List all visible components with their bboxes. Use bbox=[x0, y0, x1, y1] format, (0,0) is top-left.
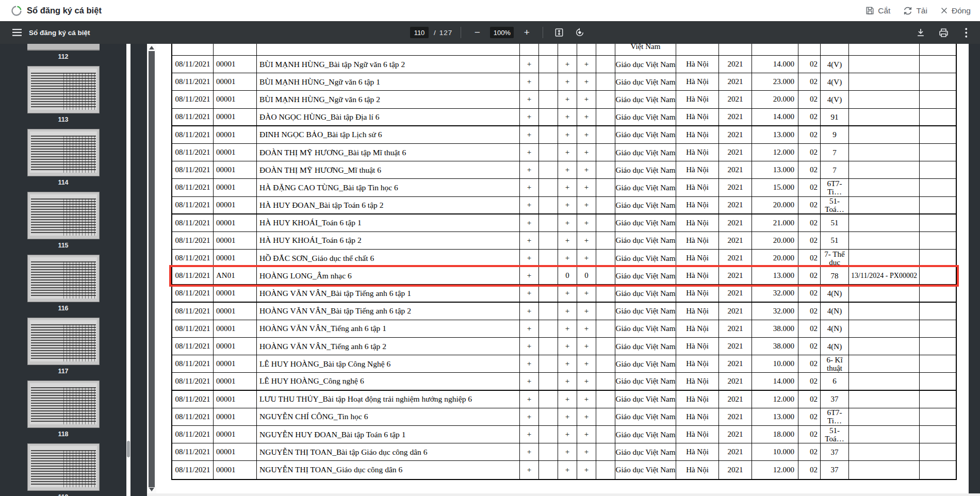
table-cell bbox=[539, 267, 558, 284]
table-cell: + bbox=[577, 443, 596, 460]
table-cell bbox=[920, 214, 954, 232]
rotate-button[interactable] bbox=[572, 25, 587, 40]
table-cell: 37 bbox=[821, 461, 849, 478]
zoom-in-button[interactable]: + bbox=[519, 25, 534, 40]
table-cell bbox=[539, 144, 558, 161]
table-cell: 02 bbox=[798, 303, 821, 320]
table-cell: 13.000 bbox=[752, 161, 798, 178]
table-cell bbox=[539, 285, 558, 301]
table-cell bbox=[596, 320, 615, 337]
table-cell: 00001 bbox=[214, 461, 257, 478]
page-thumbnail[interactable] bbox=[27, 255, 100, 302]
table-cell: Giáo dục Việt Nam bbox=[615, 461, 676, 478]
table-cell: + bbox=[577, 161, 596, 178]
page-thumbnail-partial[interactable] bbox=[27, 44, 100, 51]
table-cell: Giáo dục Việt Nam bbox=[615, 426, 676, 443]
table-cell bbox=[849, 408, 920, 425]
table-cell: + bbox=[520, 320, 539, 337]
table-cell: 2021 bbox=[719, 250, 752, 267]
table-cell: Việt Nam bbox=[615, 44, 676, 55]
page-thumbnail[interactable] bbox=[27, 443, 100, 491]
table-cell: 37 bbox=[821, 391, 849, 408]
table-cell bbox=[920, 109, 954, 125]
table-cell: ĐOÀN THỊ MỸ HƯƠNG_Bài tập Mĩ thuật 6 bbox=[257, 144, 520, 161]
table-cell: Giáo dục Việt Nam bbox=[615, 443, 676, 460]
table-cell: 32.000 bbox=[752, 285, 798, 301]
sidebar-scrollbar-thumb[interactable] bbox=[127, 441, 130, 457]
table-cell: Hà Nội bbox=[676, 320, 719, 337]
table-cell: 20.000 bbox=[752, 197, 798, 213]
table-cell bbox=[214, 44, 257, 55]
page-thumbnail[interactable] bbox=[27, 129, 100, 176]
table-cell bbox=[849, 426, 920, 443]
table-cell: Hà Nội bbox=[676, 267, 719, 284]
table-cell bbox=[596, 426, 615, 443]
table-cell bbox=[596, 267, 615, 284]
sidebar-scrollbar[interactable] bbox=[126, 44, 130, 496]
table-cell: 4(V) bbox=[821, 56, 849, 73]
table-cell: + bbox=[558, 126, 577, 143]
table-row: 08/11/202100001ĐOÀN THỊ MỸ HƯƠNG_Bài tập… bbox=[172, 144, 956, 161]
table-cell: Hà Nội bbox=[676, 109, 719, 125]
table-cell: 02 bbox=[798, 214, 821, 232]
menu-button[interactable] bbox=[8, 24, 26, 41]
table-cell: Hà Nội bbox=[676, 161, 719, 178]
table-cell bbox=[920, 91, 954, 108]
table-cell: Giáo dục Việt Nam bbox=[615, 179, 676, 196]
page-thumbnail[interactable] bbox=[27, 66, 100, 113]
horizontal-scrollbar[interactable] bbox=[147, 493, 980, 496]
fit-page-button[interactable] bbox=[551, 25, 567, 40]
save-button[interactable]: Cắt bbox=[865, 6, 890, 15]
document-scrollbar-thumb[interactable] bbox=[149, 51, 155, 487]
table-cell: 02 bbox=[798, 73, 821, 90]
download-button[interactable] bbox=[913, 25, 928, 40]
table-cell: 08/11/2021 bbox=[172, 426, 214, 443]
table-cell: + bbox=[558, 338, 577, 355]
table-cell: 08/11/2021 bbox=[172, 373, 214, 389]
table-cell: 2021 bbox=[719, 109, 752, 125]
table-cell: 2021 bbox=[719, 179, 752, 196]
table-cell: 02 bbox=[798, 408, 821, 425]
table-cell: 2021 bbox=[719, 408, 752, 425]
more-options-button[interactable] bbox=[958, 25, 974, 40]
page-thumbnail[interactable] bbox=[27, 318, 100, 365]
table-cell: ĐÀO NGỌC HÙNG_Bài tập Địa lí 6 bbox=[257, 109, 520, 125]
document-page: Việt Nam08/11/202100001BÙI MẠNH HÙNG_Bài… bbox=[156, 44, 969, 496]
page-thumbnail[interactable] bbox=[27, 381, 100, 428]
table-cell: 6- Kĩ thuật bbox=[821, 355, 849, 372]
table-cell: + bbox=[558, 144, 577, 161]
table-cell: 4(N) bbox=[821, 320, 849, 337]
table-cell bbox=[596, 408, 615, 425]
table-cell: Giáo dục Việt Nam bbox=[615, 56, 676, 73]
page-number-input[interactable]: 110 bbox=[410, 27, 429, 38]
print-button[interactable] bbox=[936, 25, 951, 40]
table-cell: 32.000 bbox=[752, 303, 798, 320]
page-total: 127 bbox=[439, 29, 453, 37]
table-cell: + bbox=[558, 214, 577, 232]
table-cell: 02 bbox=[798, 391, 821, 408]
page-thumbnail[interactable] bbox=[27, 192, 100, 239]
table-row: 08/11/202100001HOÀNG VĂN VÂN_Bài tập Tiế… bbox=[172, 285, 956, 302]
table-cell bbox=[920, 320, 954, 337]
table-cell bbox=[257, 44, 520, 55]
fit-page-icon bbox=[554, 27, 564, 38]
zoom-level-input[interactable]: 100% bbox=[490, 27, 514, 38]
table-cell: Giáo dục Việt Nam bbox=[615, 73, 676, 90]
close-button[interactable]: Đóng bbox=[940, 6, 971, 15]
document-scrollbar[interactable] bbox=[147, 44, 156, 496]
table-cell: + bbox=[520, 161, 539, 178]
table-cell bbox=[596, 250, 615, 267]
table-cell: 18.000 bbox=[752, 426, 798, 443]
table-cell: 02 bbox=[798, 338, 821, 355]
table-cell: NGUYỄN THỊ TOAN_Bài tập Giáo dục công dâ… bbox=[257, 443, 520, 460]
table-cell bbox=[539, 373, 558, 389]
scroll-down-arrow-icon[interactable] bbox=[149, 488, 154, 491]
table-cell: 08/11/2021 bbox=[172, 443, 214, 460]
table-cell: 02 bbox=[798, 56, 821, 73]
table-cell: + bbox=[520, 355, 539, 372]
zoom-out-button[interactable]: − bbox=[469, 25, 485, 40]
table-cell: + bbox=[558, 285, 577, 301]
reload-button[interactable]: Tải bbox=[903, 6, 927, 16]
table-cell bbox=[539, 391, 558, 408]
scroll-up-arrow-icon[interactable] bbox=[149, 46, 154, 49]
